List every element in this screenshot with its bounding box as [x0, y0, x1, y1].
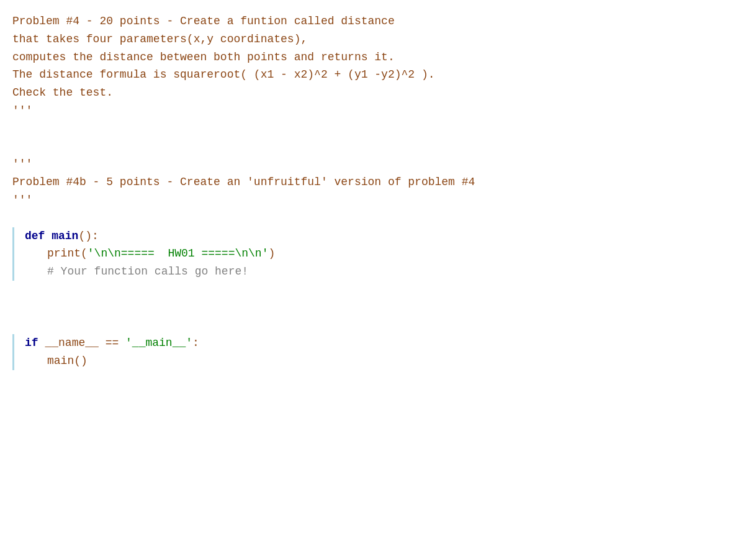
code-line: Problem #4 - 20 points - Create a funtio… [12, 12, 756, 30]
if-main-block: if __name__ == '__main__': main() [12, 334, 756, 370]
code-line: computes the distance between both point… [12, 48, 756, 66]
def-line: def main(): [25, 227, 756, 245]
code-line: Check the test. [12, 84, 756, 102]
if-line: if __name__ == '__main__': [25, 334, 756, 352]
comment-line: # Your function calls go here! [25, 263, 756, 281]
print-line: print('\n\n===== HW01 =====\n\n') [25, 245, 756, 263]
main-call-line: main() [25, 352, 756, 370]
code-line: ''' [12, 155, 756, 173]
blank-line [12, 120, 756, 138]
code-line: Problem #4b - 5 points - Create an 'unfr… [12, 173, 756, 191]
code-editor: Problem #4 - 20 points - Create a funtio… [0, 0, 756, 554]
code-line: ''' [12, 191, 756, 209]
code-line: The distance formula is squareroot( (x1 … [12, 66, 756, 84]
blank-line [12, 209, 756, 227]
blank-line [12, 317, 756, 335]
blank-line [12, 281, 756, 299]
blank-line [12, 138, 756, 156]
code-line: that takes four parameters(x,y coordinat… [12, 30, 756, 48]
blank-line [12, 299, 756, 317]
def-main-block: def main(): print('\n\n===== HW01 =====\… [12, 227, 756, 281]
code-line: ''' [12, 102, 756, 120]
